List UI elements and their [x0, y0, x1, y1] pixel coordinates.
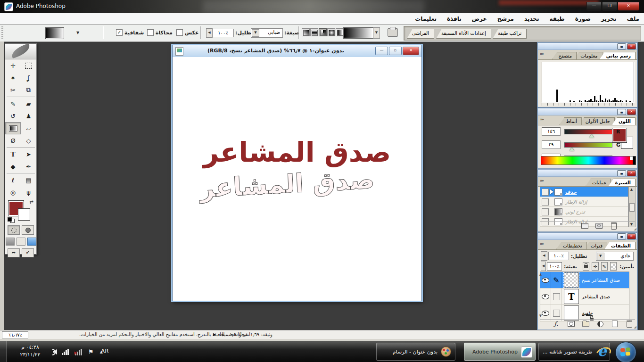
document-size-indicator[interactable]: وثيقة: ١٫٦٩ ميجا/١٫٩٠ ميجا [220, 332, 272, 337]
panel-menu-chevron-icon[interactable]: »» [540, 51, 543, 56]
panel-close-button[interactable]: ✕ [627, 170, 636, 176]
history-brush-tool[interactable]: ↺ [5, 110, 21, 122]
minimize-button[interactable]: — [586, 2, 602, 11]
transparency-checkbox[interactable]: ✓ شفافية [116, 29, 144, 36]
scroll-down-icon[interactable]: ▼ [538, 314, 543, 318]
tab-history[interactable]: السيرة [608, 179, 636, 186]
panel-close-button[interactable]: ✕ [627, 43, 636, 49]
new-layer-button[interactable] [611, 321, 619, 327]
lock-pixels-button[interactable]: ✎ [601, 262, 608, 271]
file-browser-icon[interactable] [388, 28, 398, 37]
zoom-tool[interactable]: ◎ [5, 186, 21, 198]
start-button[interactable] [615, 342, 636, 362]
magic-wand-tool[interactable]: ✶ [5, 72, 21, 84]
menu-select[interactable]: تحديد [524, 16, 539, 22]
layer-comps-palette-tab[interactable]: تراكب طبقة [493, 29, 527, 39]
tab-channels[interactable]: قنوات [584, 242, 607, 249]
layer-style-button[interactable]: ƒ. [552, 321, 561, 327]
quick-mask-button[interactable] [22, 225, 34, 235]
tab-swatches[interactable]: حامل الألوان [579, 117, 615, 125]
notes-tool[interactable]: ▤ [21, 174, 36, 186]
layer-name[interactable]: صدق المشاعر نسخ [582, 278, 620, 283]
path-selection-tool[interactable]: ➤ [21, 148, 36, 160]
canvas[interactable]: صدق المشاعر صدق المشاعر [173, 57, 421, 301]
tab-histogram[interactable]: رسم بياني [600, 52, 636, 59]
show-desktop-button[interactable] [0, 341, 7, 362]
menu-edit[interactable]: تحرير [601, 16, 617, 22]
checkbox-icon[interactable] [176, 29, 183, 36]
layer-blend-mode-dropdown[interactable]: ▼ عادي [596, 252, 634, 261]
menu-image[interactable]: صورة [575, 16, 591, 22]
swap-colors-icon[interactable]: ⇄ [30, 199, 33, 205]
tab-actions[interactable]: عمليات [586, 179, 611, 186]
diamond-gradient-button[interactable] [302, 28, 310, 36]
network-error-icon[interactable]: ✕ [75, 349, 82, 355]
type-tool[interactable]: T [5, 148, 21, 160]
panel-title-bar[interactable]: ▄✕ [538, 170, 637, 177]
type-layer-thumbnail[interactable]: T [564, 289, 579, 304]
options-bar-grip[interactable] [1, 26, 3, 40]
panel-minimize-button[interactable]: ▄ [617, 43, 626, 49]
green-value-input[interactable]: ٣٩ [542, 140, 561, 149]
panel-close-button[interactable]: ✕ [627, 233, 636, 239]
gradient-sample-picker[interactable] [343, 27, 373, 39]
menu-file[interactable]: ملف [627, 16, 639, 22]
standard-screen-button[interactable] [6, 238, 15, 246]
panel-title-bar[interactable]: ▄✕ [538, 233, 637, 240]
eraser-tool[interactable]: ▱ [21, 122, 36, 134]
zoom-level-input[interactable]: ٦٦٫٦٧٪ [2, 331, 28, 338]
taskbar-button-paint[interactable]: بدون عنوان - الرسام [376, 343, 455, 361]
gradient-sample-arrow[interactable]: ▼ [373, 27, 380, 39]
history-state-delete[interactable]: حذف [540, 187, 628, 197]
dodge-tool[interactable]: Ø [5, 134, 21, 147]
panel-minimize-button[interactable]: ▄ [617, 170, 626, 176]
menu-layer[interactable]: طبقة [550, 16, 565, 22]
layer-name[interactable]: صدق المشاعر [582, 294, 610, 299]
new-document-from-state-button[interactable] [580, 222, 589, 229]
menu-window[interactable]: نافذة [447, 16, 462, 22]
blur-tool[interactable]: ◇ [21, 134, 36, 147]
visibility-toggle[interactable] [540, 288, 551, 304]
layer-opacity-input[interactable]: ١٠٠٪ [548, 252, 569, 260]
black-swatch[interactable] [633, 156, 636, 165]
pen-tool[interactable]: ✒ [21, 160, 36, 173]
history-source-checkbox[interactable] [542, 208, 549, 215]
action-center-flag-icon[interactable]: ⚑ [88, 348, 94, 355]
jump-to-imageready-button[interactable]: ➦ [8, 248, 20, 257]
tab-color[interactable]: اللون [612, 117, 636, 125]
panel-title-bar[interactable]: ▄✕ [538, 108, 637, 115]
history-state-gradient[interactable]: تدرج لوني [540, 207, 628, 217]
green-slider-thumb[interactable] [570, 148, 574, 151]
maximize-button[interactable]: ❐ [602, 2, 617, 11]
link-cell[interactable] [551, 305, 562, 321]
default-colors-icon[interactable] [8, 219, 15, 223]
fullscreen-button[interactable] [27, 238, 36, 246]
radial-gradient-button[interactable] [327, 28, 335, 36]
history-source-checkbox[interactable] [542, 198, 549, 206]
rectangular-marquee-tool[interactable] [21, 59, 36, 72]
dropdown-arrow-icon[interactable]: ▼ [252, 29, 259, 37]
reflected-gradient-button[interactable] [310, 28, 318, 36]
shape-tool[interactable]: ◆ [5, 160, 21, 173]
checkbox-icon[interactable] [147, 29, 154, 36]
new-group-button[interactable] [581, 321, 590, 327]
history-source-checkbox[interactable] [542, 189, 549, 196]
lasso-tool[interactable]: ʆ [21, 72, 36, 84]
visibility-toggle[interactable] [540, 305, 551, 321]
blend-mode-dropdown[interactable]: ▼ ضبابي [251, 28, 283, 38]
opacity-spinner[interactable]: ◀ [541, 251, 547, 261]
new-snapshot-button[interactable] [595, 222, 603, 229]
doc-close-button[interactable]: ✕ [403, 47, 419, 55]
lock-all-button[interactable] [583, 262, 589, 271]
title-bar[interactable]: Adobe Photoshop — ❐ ✕ [0, 0, 644, 13]
move-tool[interactable]: ✛ [5, 59, 21, 72]
taskbar-button-ie[interactable]: e طريقة تصوير شاشه ... [538, 343, 610, 361]
panel-title-bar[interactable]: ▄✕ [538, 43, 637, 50]
delete-state-button[interactable] [610, 222, 618, 229]
lock-transparency-button[interactable] [610, 262, 617, 271]
layer-thumbnail[interactable] [564, 272, 579, 288]
panel-menu-chevron-icon[interactable]: »» [540, 241, 543, 246]
delete-layer-button[interactable] [625, 321, 634, 327]
adjustment-layer-button[interactable] [596, 321, 604, 327]
background-color-swatch[interactable] [18, 208, 30, 221]
